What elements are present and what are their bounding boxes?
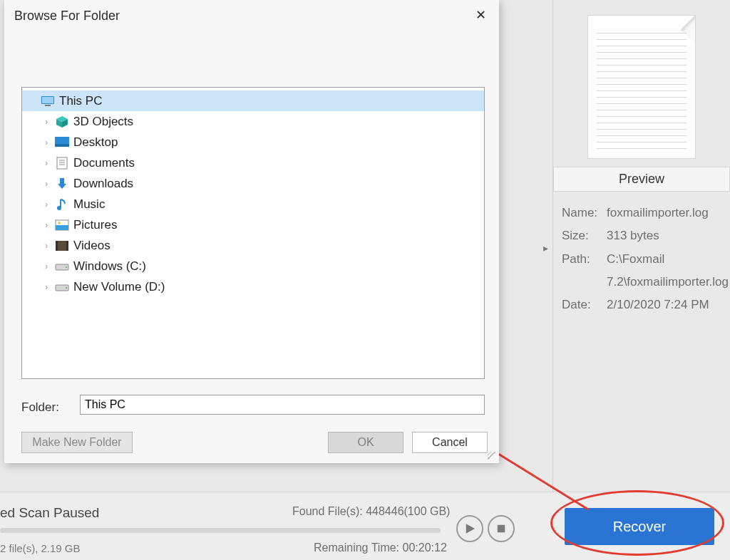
resize-grip[interactable] — [488, 452, 496, 460]
drive-icon — [55, 281, 69, 294]
tree-item[interactable]: ›Windows (C:) — [22, 256, 484, 276]
tree-item[interactable]: ›Pictures — [22, 214, 484, 235]
tree-item-label: Pictures — [73, 218, 117, 232]
tree-expander-icon[interactable]: › — [42, 241, 51, 251]
tree-expander-icon[interactable]: › — [42, 179, 51, 189]
dialog-title: Browse For Folder — [14, 9, 120, 24]
browse-folder-dialog: Browse For Folder ✕ This PC›3D Objects›D… — [4, 0, 499, 463]
meta-date-label: Date: — [562, 294, 601, 316]
tree-item-label: Documents — [73, 156, 135, 170]
meta-path-label: Path: — [562, 248, 601, 294]
tree-expander-icon[interactable]: › — [42, 261, 51, 271]
scan-progress-bar[interactable] — [0, 528, 441, 533]
play-button[interactable] — [456, 515, 483, 542]
ok-button[interactable]: OK — [328, 432, 403, 453]
doc-icon — [55, 157, 69, 170]
svg-point-28 — [66, 287, 67, 289]
preview-button[interactable]: Preview — [553, 167, 730, 192]
tree-item[interactable]: ›Documents — [22, 152, 484, 173]
svg-rect-6 — [45, 105, 51, 106]
preview-metadata: Name:foxmailimporter.log Size:313 bytes … — [553, 202, 730, 316]
tree-expander-icon[interactable]: › — [42, 220, 51, 230]
svg-rect-20 — [56, 225, 68, 230]
meta-size-value: 313 bytes — [607, 224, 659, 247]
meta-name-label: Name: — [562, 202, 601, 224]
tree-item[interactable]: ›New Volume (D:) — [22, 276, 484, 297]
tree-expander-icon[interactable]: › — [42, 282, 51, 292]
scan-status-title: ed Scan Paused — [0, 505, 99, 521]
tree-item[interactable]: ›Music — [22, 194, 484, 214]
music-icon — [55, 198, 69, 211]
videos-icon — [55, 239, 69, 252]
cancel-button[interactable]: Cancel — [412, 432, 488, 453]
svg-rect-11 — [55, 144, 69, 147]
tree-item-label: 3D Objects — [73, 115, 133, 129]
found-files-label: Found File(s): 448446(100 GB) — [292, 505, 450, 518]
recover-button[interactable]: Recover — [565, 508, 714, 545]
stop-icon — [496, 524, 506, 534]
meta-path-value: C:\Foxmail 7.2\foxmailimporter.log — [607, 248, 729, 294]
tree-item[interactable]: ›Downloads — [22, 173, 484, 194]
pc-icon — [41, 95, 55, 108]
remaining-time-label: Remaining Time: 00:20:12 — [314, 541, 447, 554]
tree-item[interactable]: This PC — [22, 90, 484, 111]
tree-item-label: Windows (C:) — [73, 259, 146, 274]
status-bar: ed Scan Paused Found File(s): 448446(100… — [0, 492, 730, 560]
tree-item-label: New Volume (D:) — [73, 280, 165, 294]
svg-marker-17 — [58, 184, 66, 189]
download-icon — [55, 177, 69, 190]
tree-expander-icon[interactable]: › — [42, 158, 51, 168]
svg-rect-23 — [56, 241, 58, 251]
tree-item-label: This PC — [59, 94, 102, 108]
tree-item-label: Downloads — [73, 177, 133, 191]
preview-collapse-toggle[interactable]: ▸ — [543, 242, 548, 254]
tree-item-label: Videos — [73, 239, 110, 253]
drive-icon — [55, 260, 69, 273]
svg-rect-16 — [60, 178, 64, 184]
tree-item[interactable]: ›3D Objects — [22, 111, 484, 132]
play-icon — [465, 524, 475, 534]
tree-expander-icon[interactable]: › — [42, 199, 51, 209]
meta-date-value: 2/10/2020 7:24 PM — [607, 294, 709, 316]
svg-point-21 — [58, 222, 61, 224]
svg-rect-5 — [42, 97, 53, 103]
svg-point-18 — [57, 206, 61, 210]
selection-summary: 2 file(s), 2.19 GB — [0, 542, 81, 554]
svg-rect-12 — [57, 157, 67, 169]
meta-size-label: Size: — [562, 224, 601, 247]
stop-button[interactable] — [488, 515, 515, 542]
preview-panel: Preview ▸ Name:foxmailimporter.log Size:… — [552, 0, 730, 492]
tree-expander-icon[interactable]: › — [42, 117, 51, 127]
tree-item-label: Desktop — [73, 135, 118, 150]
tree-item-label: Music — [73, 197, 105, 212]
folder-input[interactable] — [80, 395, 485, 415]
svg-marker-0 — [466, 524, 474, 533]
pictures-icon — [55, 219, 69, 232]
svg-rect-24 — [66, 241, 68, 251]
cube-icon — [55, 115, 69, 128]
svg-rect-1 — [498, 525, 504, 532]
close-icon: ✕ — [475, 8, 486, 22]
tree-expander-icon[interactable]: › — [42, 138, 51, 147]
preview-document-thumbnail — [588, 16, 695, 158]
tree-item[interactable]: ›Videos — [22, 235, 484, 256]
folder-field-label: Folder: — [21, 400, 59, 415]
desktop-icon — [55, 136, 69, 149]
meta-name-value: foxmailimporter.log — [607, 202, 709, 224]
svg-point-26 — [66, 266, 67, 268]
folder-tree[interactable]: This PC›3D Objects›Desktop›Documents›Dow… — [21, 87, 485, 379]
close-button[interactable]: ✕ — [468, 4, 493, 26]
make-new-folder-button[interactable]: Make New Folder — [21, 432, 133, 453]
tree-item[interactable]: ›Desktop — [22, 132, 484, 152]
